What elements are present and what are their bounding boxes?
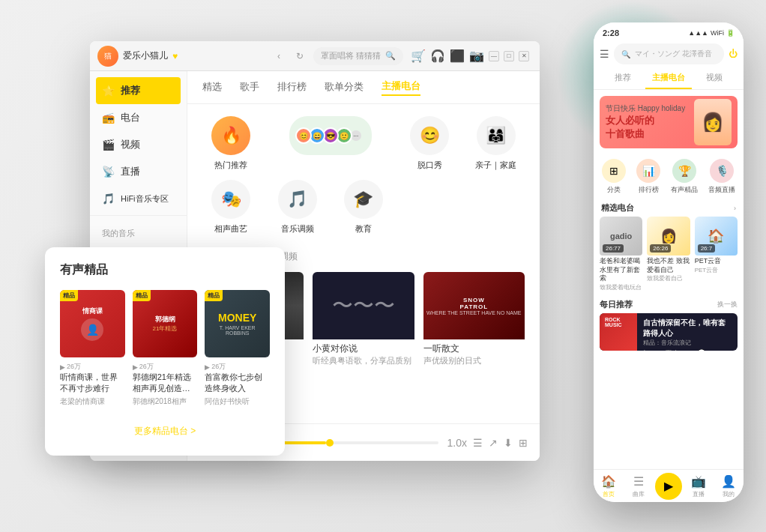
mobile-featured-header: 精选电台 › [594, 199, 744, 217]
mobile-daily-header: 每日推荐 换一换 [600, 299, 738, 310]
tab-singer[interactable]: 歌手 [240, 80, 259, 95]
mobile-cat-audiobook[interactable]: 🏆 有声精品 [671, 159, 698, 195]
station-card-yiting[interactable]: SNOW PATROL WHERE THE STREET HAVE NO NAM… [423, 272, 525, 366]
mobile-featured-more[interactable]: › [734, 205, 736, 212]
mobile-station-1[interactable]: gadio 26:77 老爸和老婆喝水里有了新套索 致我爱着电玩台 [600, 217, 642, 291]
player-more-icon[interactable]: ⊞ [519, 437, 528, 449]
title-bar: 猫 爱乐小猫儿 ♥ ‹ ↻ 罩面唱将 猜猜猜 🔍 🛒 🎧 ⬛ 📷 — □ ✕ [90, 41, 540, 71]
book-play-count-3: ▶26万 [205, 362, 270, 372]
close-button[interactable]: ✕ [519, 51, 529, 61]
station-card-xiaohuang[interactable]: 〜〜〜 小黄对你说 听经典粤语歌，分享品质别 [313, 272, 414, 366]
play-button-circle[interactable]: ▶ [655, 473, 682, 500]
family-icon: 👨‍👩‍👧 [477, 116, 516, 155]
mobile-station-name-1: 老爸和老婆喝水里有了新套索 [600, 257, 642, 283]
audiolive-icon: 🎙️ [710, 159, 734, 183]
category-xiangsheng[interactable]: 🎭 相声曲艺 [202, 180, 259, 235]
mobile-tab-recommend[interactable]: 推荐 [600, 67, 645, 89]
mobile-tab-host-radio[interactable]: 主播电台 [645, 67, 691, 89]
tab-ranking[interactable]: 排行榜 [277, 80, 307, 95]
back-button[interactable]: ‹ [271, 49, 286, 64]
toolbar-icon-2: 🎧 [430, 49, 445, 63]
mobile-banner[interactable]: 节日快乐 Happy holiday 女人必听的 十首歌曲 👩 [600, 96, 738, 148]
live-nav-label: 直播 [693, 490, 705, 498]
category-hot[interactable]: 🔥 热门推荐 [202, 116, 259, 171]
nav-controls: ‹ ↻ 罩面唱将 猜猜猜 🔍 [264, 47, 411, 65]
mobile-cat-ranking[interactable]: 📊 排行榜 [636, 159, 660, 195]
player-download-icon[interactable]: ⬇ [504, 437, 513, 449]
category-chat[interactable]: 😊 😄 😎 🙂 ··· [268, 116, 392, 171]
mobile-app: 2:28 ▲▲▲ WiFi 🔋 ☰ 🔍 マイ・ソング 花澤香音 ⏻ 推荐 主播电… [594, 22, 744, 502]
category-comedy[interactable]: 😊 脱口秀 [401, 116, 458, 171]
mobile-daily-image: ROCKMUSIC [600, 313, 637, 351]
recommend-icon: ⭐ [102, 85, 115, 97]
mobile-tab-video[interactable]: 视频 [692, 67, 738, 89]
ranking-icon: 📊 [636, 159, 660, 183]
sidebar-item-recommend[interactable]: ⭐ 推荐 [96, 77, 181, 104]
book-card-2[interactable]: 精品 郭德纲 21年精选 ▶26万 郭德纲21年精选相声再见创造终身收入 郭德纲… [133, 290, 198, 407]
mobile-station-2[interactable]: 👩 26:26 我也不差 致我爱着自己 致我爱着自己 [647, 217, 690, 291]
book-card-3[interactable]: 精品 MONEY T. HARV EKERROBBINS ▶26万 首富教你七步… [205, 290, 270, 407]
sidebar-item-hifi[interactable]: 🎵 HiFi音乐专区 [90, 185, 187, 212]
card-panel-title: 有声精品 [60, 262, 270, 278]
tab-host-radio[interactable]: 主播电台 [382, 79, 420, 96]
user-avatar: 猫 [97, 46, 118, 67]
mobile-station-sub-3: PET云音 [695, 266, 738, 274]
category-music-radio[interactable]: 🎵 音乐调频 [268, 180, 325, 235]
sidebar-item-video[interactable]: 🎬 视频 [90, 131, 187, 158]
search-bar[interactable]: 罩面唱将 猜猜猜 🔍 [313, 47, 403, 65]
sidebar-item-radio[interactable]: 📻 电台 [90, 104, 187, 131]
hot-icon: 🔥 [211, 116, 250, 155]
mobile-nav-mine[interactable]: 👤 我的 [714, 474, 744, 498]
refresh-button[interactable]: ↻ [292, 49, 307, 64]
book-card-1[interactable]: 精品 情商课 👤 ▶26万 听情商课，世界不再寸步难行 老梁的情商课 [60, 290, 125, 407]
minimize-button[interactable]: — [489, 51, 499, 61]
card-books: 精品 情商课 👤 ▶26万 听情商课，世界不再寸步难行 老梁的情商课 精品 郭德… [60, 290, 270, 407]
mobile-top-row: ☰ 🔍 マイ・ソング 花澤香音 ⏻ [594, 43, 744, 67]
tab-playlist[interactable]: 歌单分类 [325, 80, 364, 95]
mobile-nav-live[interactable]: 📺 直播 [684, 474, 714, 498]
sidebar-item-live[interactable]: 📡 直播 [90, 158, 187, 185]
mobile-power-icon[interactable]: ⏻ [729, 49, 738, 59]
mobile-cat-audiolive[interactable]: 🎙️ 音频直播 [708, 159, 735, 195]
mobile-daily-name: 自古情深留不住，唯有套路得人心 [643, 318, 732, 339]
book-play-count-2: ▶26万 [133, 362, 198, 372]
mobile-nav-library[interactable]: ☰ 曲库 [624, 474, 654, 498]
time-badge-1: 26:77 [603, 244, 624, 253]
title-bar-left: 猫 爱乐小猫儿 ♥ [97, 46, 264, 67]
mobile-daily-card[interactable]: ROCKMUSIC 自古情深留不住，唯有套路得人心 精品：音乐流浪记 ▶ 137… [600, 313, 738, 351]
mobile-search-icon: 🔍 [621, 50, 630, 58]
rock-badge: ROCKMUSIC [603, 316, 624, 328]
station-name-yiting: 一听散文 [423, 342, 525, 355]
window-controls: 🛒 🎧 ⬛ 📷 — □ ✕ [411, 49, 532, 63]
toolbar-icon-3: ⬛ [450, 49, 465, 63]
mobile-station-img-2: 👩 26:26 [647, 217, 690, 256]
book-sub-1: 老梁的情商课 [60, 396, 125, 407]
mobile-search-bar[interactable]: 🔍 マイ・ソング 花澤香音 [614, 43, 724, 64]
more-stations-link[interactable]: 更多精品电台 > [60, 419, 270, 441]
category-family[interactable]: 👨‍👩‍👧 亲子｜家庭 [468, 116, 525, 171]
mobile-station-name-2: 我也不差 致我爱着自己 [647, 257, 690, 274]
vip-icon: ♥ [172, 51, 178, 61]
my-music-section: 我的音乐 [90, 219, 187, 242]
mobile-menu-icon[interactable]: ☰ [600, 48, 609, 60]
player-controls: 1.0x ☰ ↗ ⬇ ⊞ [447, 437, 528, 449]
tab-jingxuan[interactable]: 精选 [202, 80, 222, 95]
station-img-xiaohuang: 〜〜〜 [313, 272, 414, 339]
mobile-cat-classify[interactable]: ⊞ 分类 [602, 159, 626, 195]
toolbar-icon-1: 🛒 [411, 49, 426, 63]
card-panel: 有声精品 精品 情商课 👤 ▶26万 听情商课，世界不再寸步难行 老梁的情商课 … [45, 247, 285, 456]
mobile-station-3[interactable]: 🏠 26:7 PET云音 PET云音 [695, 217, 738, 291]
player-dot [326, 439, 334, 447]
book-cover-1: 精品 情商课 👤 [60, 290, 125, 357]
maximize-button[interactable]: □ [504, 51, 514, 61]
player-playlist-icon[interactable]: ☰ [473, 437, 483, 449]
player-share-icon[interactable]: ↗ [489, 437, 498, 449]
mobile-featured-title: 精选电台 [601, 202, 634, 214]
mobile-nav-home[interactable]: 🏠 首页 [594, 474, 624, 498]
radio-icon: 📻 [102, 112, 115, 124]
mobile-nav-play[interactable]: ▶ [654, 473, 684, 500]
category-education[interactable]: 🎓 教育 [335, 180, 392, 235]
player-speed[interactable]: 1.0x [447, 437, 467, 449]
music-radio-icon: 🎵 [278, 180, 317, 219]
mobile-daily-change[interactable]: 换一换 [717, 300, 738, 309]
